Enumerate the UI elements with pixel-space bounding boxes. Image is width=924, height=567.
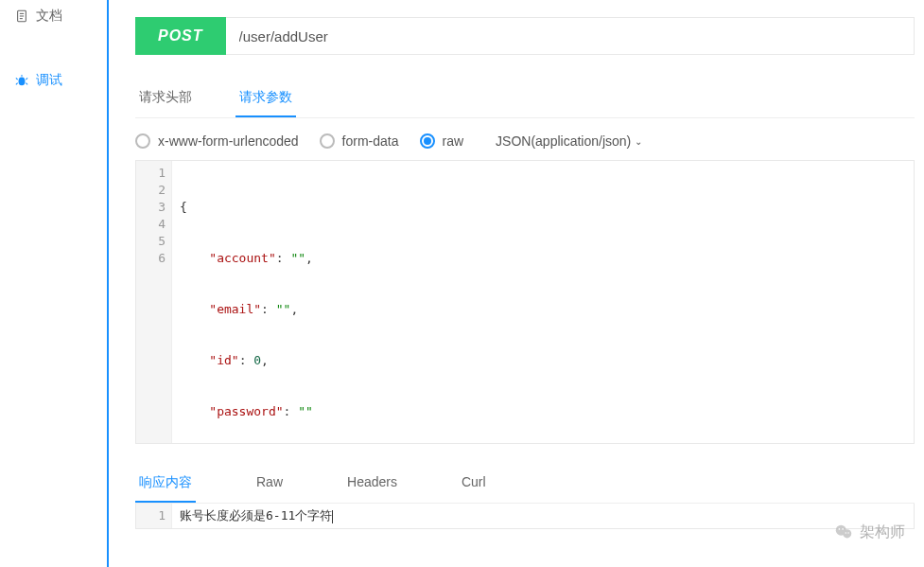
svg-point-11 <box>843 529 851 538</box>
svg-line-7 <box>26 78 27 80</box>
body-type-row: x-www-form-urlencoded form-data raw JSON… <box>135 118 915 160</box>
sidebar-item-label: 文档 <box>36 8 62 25</box>
editor-gutter: 1 <box>136 504 172 528</box>
chevron-down-icon: ⌄ <box>635 136 642 147</box>
svg-line-6 <box>16 78 18 80</box>
sidebar: 文档 调试 <box>0 0 109 567</box>
tab-response-headers[interactable]: Headers <box>343 465 401 503</box>
sidebar-item-docs[interactable]: 文档 <box>0 0 107 32</box>
radio-label: x-www-form-urlencoded <box>158 133 299 149</box>
svg-point-14 <box>846 532 846 533</box>
request-tabs: 请求头部 请求参数 <box>135 80 915 118</box>
request-url-row: POST <box>135 17 915 55</box>
radio-label: form-data <box>342 133 399 149</box>
editor-code[interactable]: { "account": "", "email": "", "id": 0, "… <box>172 161 914 443</box>
watermark-label: 架构师 <box>860 523 905 542</box>
response-body-editor[interactable]: 1 账号长度必须是6-11个字符 <box>135 504 915 529</box>
response-tabs: 响应内容 Raw Headers Curl <box>135 465 915 504</box>
svg-point-13 <box>842 528 844 530</box>
response-content: 账号长度必须是6-11个字符 <box>172 504 914 528</box>
radio-circle-icon <box>320 133 335 149</box>
tab-response-content[interactable]: 响应内容 <box>135 465 196 503</box>
bug-icon <box>15 74 28 87</box>
tab-request-headers[interactable]: 请求头部 <box>135 80 196 117</box>
watermark: 架构师 <box>833 522 905 542</box>
tab-response-curl[interactable]: Curl <box>458 465 490 503</box>
tab-request-params[interactable]: 请求参数 <box>235 80 296 117</box>
radio-urlencoded[interactable]: x-www-form-urlencoded <box>135 133 299 149</box>
url-input[interactable] <box>226 17 915 55</box>
radio-circle-icon <box>135 133 150 149</box>
http-method-button[interactable]: POST <box>135 17 226 55</box>
tab-response-raw[interactable]: Raw <box>253 465 287 503</box>
radio-raw[interactable]: raw <box>420 133 464 149</box>
sidebar-item-debug[interactable]: 调试 <box>0 64 107 97</box>
svg-line-8 <box>16 83 18 85</box>
request-body-editor[interactable]: 1▾ 2 3 4 5 6 { "account": "", "email": "… <box>135 160 915 444</box>
radio-circle-icon <box>420 133 435 149</box>
svg-point-12 <box>839 528 841 530</box>
content-type-select[interactable]: JSON(application/json) ⌄ <box>496 133 642 149</box>
doc-icon <box>15 9 28 23</box>
sidebar-item-label: 调试 <box>36 72 62 89</box>
svg-point-4 <box>19 78 26 86</box>
radio-label: raw <box>443 133 464 149</box>
editor-gutter: 1▾ 2 3 4 5 6 <box>136 161 172 443</box>
wechat-icon <box>833 522 854 542</box>
svg-line-9 <box>26 83 27 85</box>
main-panel: POST 请求头部 请求参数 x-www-form-urlencoded for… <box>109 0 924 567</box>
radio-formdata[interactable]: form-data <box>320 133 399 149</box>
svg-point-15 <box>847 532 848 533</box>
content-type-label: JSON(application/json) <box>496 133 631 149</box>
